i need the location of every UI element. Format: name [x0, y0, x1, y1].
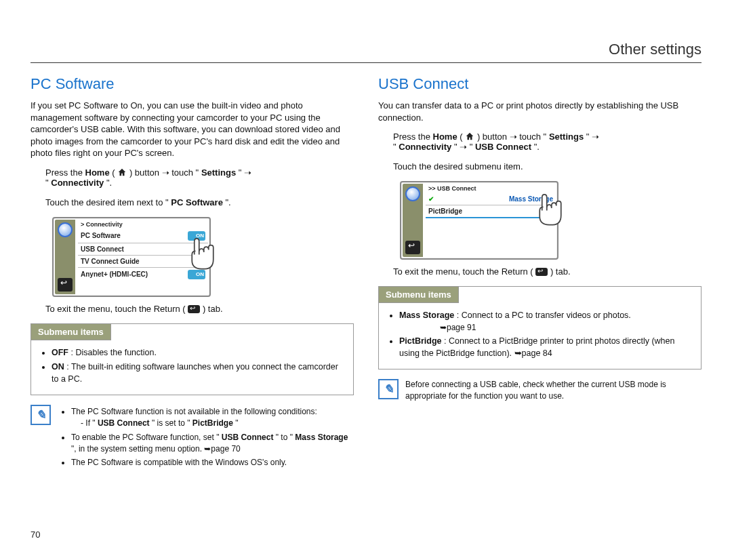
return-tab-icon	[188, 305, 200, 313]
pc-software-nav: Press the Home ( ) button ➝ touch " Sett…	[30, 167, 354, 188]
submenu-header: Submenu items	[31, 324, 111, 340]
row-label: USB Connect	[81, 245, 124, 253]
note-text: Before connecting a USB cable, check whe…	[405, 379, 702, 402]
note-icon: ✎	[30, 405, 51, 425]
text: " ➝ "	[454, 142, 472, 152]
text: ".	[106, 178, 112, 188]
text: (	[112, 167, 115, 178]
note-left: ✎ The PC Software function is not availa…	[30, 405, 354, 471]
return-tab-icon	[535, 268, 548, 276]
settings-word: Settings	[201, 167, 236, 178]
row-label: PictBridge	[428, 207, 462, 215]
lcd-usbconnect: >> USB Connect Mass Storage PictBridge	[400, 181, 558, 260]
pictbridge-label: PictBridge	[399, 336, 442, 346]
settings-word: Settings	[549, 132, 584, 142]
text: " is set to "	[152, 418, 190, 428]
row-label: Anynet+ (HDMI-CEC)	[81, 271, 148, 278]
text: " ➝	[239, 167, 251, 178]
submenu-item-pictbridge: PictBridge : Connect to a PictBridge pri…	[399, 336, 690, 359]
right-column: USB Connect You can transfer data to a P…	[378, 75, 702, 471]
text: " to "	[276, 433, 293, 442]
text: " ➝	[586, 132, 599, 142]
text: - If "	[81, 418, 96, 428]
submenu-item-off: OFF : Disables the function.	[52, 347, 342, 359]
pc-software-exit: To exit the menu, touch the Return ( ) t…	[30, 304, 354, 314]
text: (	[460, 132, 462, 142]
page-header: Other settings	[30, 41, 702, 63]
note-line-1: The PC Software function is not availabl…	[71, 406, 354, 429]
mass-storage-word: Mass Storage	[295, 433, 348, 442]
text: button ➝ touch "	[135, 167, 199, 178]
on-label: ON	[52, 362, 64, 372]
left-column: PC Software If you set PC Software to On…	[30, 75, 354, 471]
pc-software-step2: Touch the desired item next to " PC Soft…	[30, 197, 354, 207]
text: Press the	[45, 167, 85, 178]
page-ref: ➥page 91	[399, 322, 690, 334]
lcd-connectivity: > Connectivity PC Software ON USB Connec…	[52, 217, 211, 297]
usb-connect-title: USB Connect	[378, 75, 702, 93]
text: Press the	[393, 132, 433, 142]
home-icon	[117, 167, 127, 177]
text: : Disables the function.	[70, 348, 156, 357]
usb-connect-word: USB Connect	[222, 433, 274, 442]
touch-hand-icon	[531, 189, 569, 227]
text: The PC Software function is not availabl…	[71, 407, 317, 416]
row-label: TV Connect Guide	[81, 258, 140, 265]
usb-connect-word: USB Connect	[475, 142, 531, 152]
text: : The built-in editing software launches…	[52, 362, 338, 384]
touch-hand-icon	[184, 233, 222, 271]
text: ", in the system setting menu option. ➥p…	[71, 444, 241, 454]
note-right: ✎ Before connecting a USB cable, check w…	[378, 379, 702, 402]
text: To enable the PC Software function, set …	[71, 433, 219, 442]
text: )	[477, 132, 480, 142]
connectivity-word: Connectivity	[51, 178, 104, 188]
pictbridge-word: PictBridge	[192, 418, 233, 428]
connectivity-word: Connectivity	[399, 142, 451, 152]
submenu-item-on: ON : The built-in editing software launc…	[52, 361, 342, 385]
text: "	[45, 178, 49, 188]
home-word: Home	[85, 167, 110, 178]
mode-icon	[405, 186, 420, 201]
row-label: PC Software	[81, 232, 121, 239]
text: To exit the menu, touch the Return (	[393, 266, 533, 277]
submenu-box-left: Submenu items OFF : Disables the functio…	[30, 323, 354, 396]
return-icon	[58, 278, 73, 292]
usb-connect-step2: Touch the desired submenu item.	[378, 161, 702, 172]
page-number: 70	[30, 529, 40, 540]
text: ) tab.	[550, 266, 571, 277]
mode-icon	[58, 222, 73, 237]
text: )	[129, 167, 132, 178]
text: "	[235, 418, 238, 428]
text: button ➝ touch "	[483, 132, 546, 142]
text: : Connect to a PC to transfer videos or …	[457, 311, 631, 320]
usb-connect-word: USB Connect	[98, 418, 150, 428]
usb-connect-intro: You can transfer data to a PC or print p…	[378, 100, 702, 123]
submenu-header: Submenu items	[379, 287, 459, 303]
home-word: Home	[433, 132, 458, 142]
pc-software-intro: If you set PC Software to On, you can us…	[30, 100, 354, 159]
usb-connect-exit: To exit the menu, touch the Return ( ) t…	[378, 266, 702, 277]
submenu-box-right: Submenu items Mass Storage : Connect to …	[378, 286, 702, 369]
note-line-2: To enable the PC Software function, set …	[71, 432, 354, 455]
pc-software-word: PC Software	[171, 197, 223, 207]
pc-software-title: PC Software	[30, 75, 354, 93]
usb-connect-nav: Press the Home ( ) button ➝ touch " Sett…	[378, 132, 702, 152]
off-label: OFF	[52, 348, 68, 357]
submenu-item-massstorage: Mass Storage : Connect to a PC to transf…	[399, 310, 690, 333]
mass-storage-label: Mass Storage	[399, 311, 454, 320]
text: ".	[226, 197, 231, 207]
note-icon: ✎	[378, 379, 399, 399]
note-line-3: The PC Software is compatible with the W…	[71, 457, 354, 468]
lcd-breadcrumb: > Connectivity	[78, 220, 208, 229]
home-icon	[465, 132, 474, 141]
text: ) tab.	[203, 304, 223, 314]
return-icon	[405, 241, 420, 254]
text: To exit the menu, touch the Return (	[45, 304, 186, 314]
text: ".	[534, 142, 540, 152]
text: "	[393, 142, 396, 152]
text: Touch the desired item next to "	[45, 197, 169, 207]
